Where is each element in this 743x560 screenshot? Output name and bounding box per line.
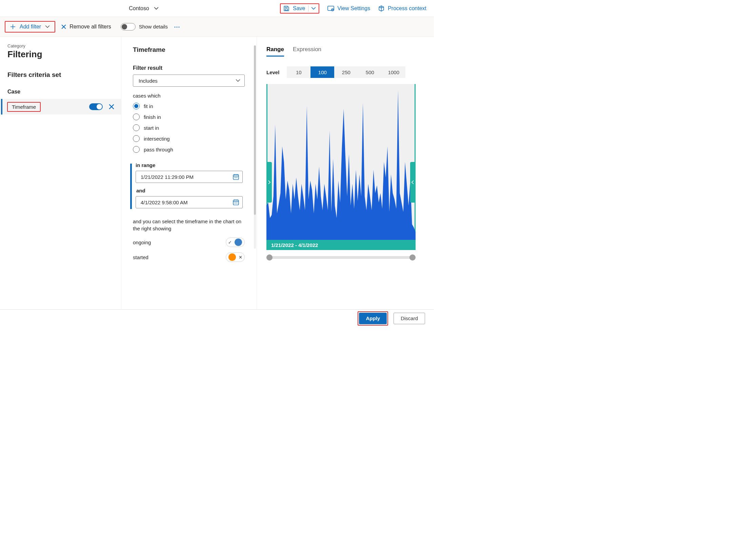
cases-which-label: cases which (133, 93, 246, 99)
level-100[interactable]: 100 (310, 66, 334, 78)
radio-ring (133, 113, 140, 120)
middle-panel: Timeframe Filter result Includes cases w… (121, 37, 257, 309)
and-label: and (136, 188, 246, 193)
view-settings-button[interactable]: View Settings (327, 5, 370, 12)
chevron-left-icon (411, 180, 414, 184)
date-to-input[interactable]: 4/1/2022 9:58:00 AM (136, 196, 243, 208)
chevron-down-icon (154, 6, 159, 11)
body: Category Filtering Filters criteria set … (0, 37, 434, 309)
x-icon: ✕ (237, 255, 244, 260)
add-filter-button[interactable]: Add filter (5, 21, 55, 33)
svg-rect-6 (233, 200, 239, 205)
add-filter-chevron-icon (45, 24, 50, 29)
started-label: started (133, 254, 148, 260)
radio-fit-in[interactable]: fit in (133, 103, 246, 109)
radio-pass-through[interactable]: pass through (133, 146, 246, 153)
show-details-toggle[interactable] (121, 23, 136, 30)
ongoing-toggle[interactable]: ✓ (226, 237, 245, 247)
view-settings-icon (327, 5, 334, 12)
date-from-value: 1/21/2022 11:29:00 PM (141, 174, 194, 180)
radio-label: intersecting (144, 136, 170, 142)
ongoing-label: ongoing (133, 240, 151, 245)
radio-ring (133, 146, 140, 153)
level-label: Level (266, 69, 279, 75)
left-panel: Category Filtering Filters criteria set … (0, 37, 121, 309)
radio-label: pass through (144, 147, 173, 152)
view-settings-label: View Settings (338, 5, 370, 12)
tenant-selector[interactable]: Contoso (129, 5, 159, 12)
filter-chip-name: Timeframe (7, 102, 41, 112)
radio-start-in[interactable]: start in (133, 124, 246, 131)
slider-knob-left[interactable] (266, 254, 273, 261)
level-segments: 101002505001000 (287, 66, 405, 78)
remove-filter-icon[interactable] (109, 104, 114, 109)
radio-finish-in[interactable]: finish in (133, 113, 246, 120)
tab-range[interactable]: Range (266, 46, 284, 57)
chart-caption: 1/21/2022 - 4/1/2022 (266, 240, 416, 250)
save-icon (283, 5, 289, 12)
radio-label: start in (144, 125, 159, 131)
tab-expression[interactable]: Expression (293, 46, 321, 57)
range-tabs: Range Expression (266, 46, 426, 57)
filter-result-value: Includes (139, 78, 158, 84)
criteria-title: Filters criteria set (7, 71, 121, 79)
radio-intersecting[interactable]: intersecting (133, 135, 246, 142)
radio-ring (133, 103, 140, 109)
svg-point-8 (236, 203, 236, 203)
timeframe-title: Timeframe (133, 46, 246, 54)
save-group: Save (280, 3, 319, 14)
filter-result-select[interactable]: Includes (133, 75, 245, 87)
ongoing-row: ongoing ✓ (133, 237, 245, 247)
right-panel: Range Expression Level 101002505001000 1… (257, 37, 434, 309)
apply-button[interactable]: Apply (359, 313, 387, 324)
save-label: Save (293, 5, 305, 12)
filter-enabled-toggle[interactable] (89, 103, 103, 110)
check-icon: ✓ (227, 240, 233, 245)
criteria-group: Case (7, 89, 121, 95)
level-500[interactable]: 500 (358, 66, 382, 78)
more-menu[interactable]: ⋯ (174, 23, 181, 30)
level-10[interactable]: 10 (287, 66, 310, 78)
range-slider[interactable] (266, 255, 416, 260)
date-from-input[interactable]: 1/21/2022 11:29:00 PM (136, 171, 243, 183)
calendar-icon[interactable] (233, 174, 239, 180)
show-details-toggle-group: Show details (121, 23, 168, 30)
svg-point-5 (237, 177, 237, 178)
mid-scrollbar[interactable] (254, 45, 256, 249)
svg-point-9 (237, 203, 237, 203)
command-bar: Add filter Remove all filters Show detai… (0, 17, 434, 37)
radio-label: finish in (144, 114, 161, 120)
radio-label: fit in (144, 103, 153, 109)
cube-icon (378, 5, 384, 12)
add-filter-label: Add filter (20, 24, 41, 30)
calendar-icon[interactable] (233, 199, 239, 205)
range-handle-right[interactable] (410, 162, 416, 203)
filter-result-label: Filter result (133, 65, 246, 71)
active-indicator (1, 99, 2, 115)
save-chevron-icon[interactable] (311, 6, 316, 11)
started-toggle[interactable]: ✕ (226, 252, 245, 262)
level-250[interactable]: 250 (334, 66, 358, 78)
footer-bar: Apply Discard (0, 309, 434, 327)
level-1000[interactable]: 1000 (382, 66, 405, 78)
chevron-right-icon (268, 180, 270, 184)
process-context-label: Process context (388, 5, 426, 12)
category-title: Filtering (7, 49, 121, 60)
range-chart[interactable] (266, 84, 416, 240)
process-context-button[interactable]: Process context (378, 5, 426, 12)
category-label: Category (7, 43, 121, 48)
cases-which-radio-group: fit infinish instart inintersectingpass … (133, 103, 246, 153)
slider-knob-right[interactable] (409, 254, 416, 261)
discard-button[interactable]: Discard (394, 313, 425, 324)
apply-highlight: Apply (358, 311, 388, 326)
date-to-value: 4/1/2022 9:58:00 AM (141, 200, 187, 205)
remove-all-filters-button[interactable]: Remove all filters (61, 24, 111, 30)
header-center: Contoso (7, 5, 280, 12)
svg-point-3 (235, 177, 235, 178)
in-range-block: in range 1/21/2022 11:29:00 PM and 4/1/2… (133, 162, 246, 208)
range-handle-left[interactable] (266, 162, 272, 203)
filter-row-timeframe[interactable]: Timeframe (0, 99, 121, 115)
radio-ring (133, 135, 140, 142)
save-button[interactable]: Save (283, 5, 305, 12)
remove-all-label: Remove all filters (69, 24, 111, 30)
